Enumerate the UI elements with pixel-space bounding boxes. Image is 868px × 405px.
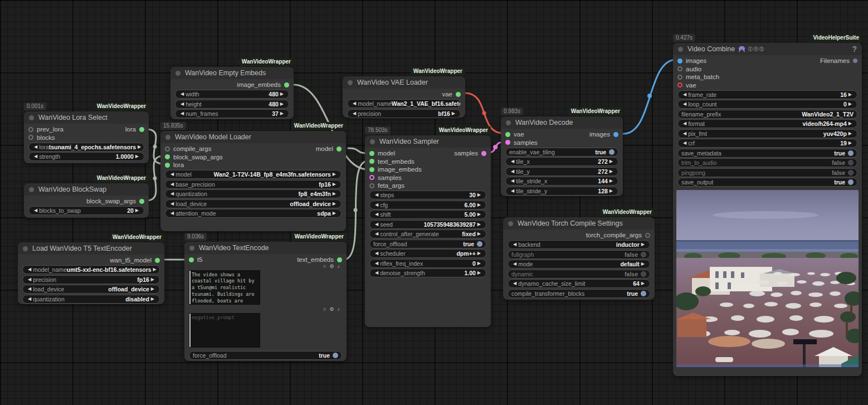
output-slot-lora[interactable]: lora bbox=[125, 126, 144, 133]
increment-arrow-icon[interactable]: ▶ bbox=[641, 262, 645, 266]
widget-strength[interactable]: ◀ strength 1.0000 ▶ bbox=[28, 152, 144, 161]
decrement-arrow-icon[interactable]: ◀ bbox=[375, 251, 378, 256]
collapse-dot[interactable] bbox=[370, 139, 375, 144]
decrement-arrow-icon[interactable]: ◀ bbox=[170, 172, 174, 177]
decrement-arrow-icon[interactable]: ◀ bbox=[375, 261, 378, 266]
decrement-arrow-icon[interactable]: ◀ bbox=[28, 287, 31, 291]
node-title-bar[interactable]: WanVideo Sampler bbox=[365, 135, 491, 148]
node-title-bar[interactable]: Load WanVideo T5 TextEncoder bbox=[18, 242, 164, 255]
widget-shift[interactable]: ◀ shift 5.00 ▶ bbox=[369, 210, 486, 219]
widget-compile-transformer-blocks[interactable]: compile_transformer_blocks true bbox=[508, 289, 650, 298]
widget-force-offload[interactable]: force_offload true bbox=[369, 240, 486, 248]
widget-model-name[interactable]: ◀ model_name Wan2_1_VAE_bf16.safete... ▶ bbox=[347, 99, 461, 108]
collapse-dot[interactable] bbox=[165, 135, 170, 140]
increment-arrow-icon[interactable]: ▶ bbox=[151, 277, 154, 282]
widget-dynamo-cache-size-limit[interactable]: ◀ dynamo_cache_size_limit 64 ▶ bbox=[508, 279, 650, 288]
gear-icon[interactable]: ⚙ bbox=[329, 264, 334, 269]
widget-model-name[interactable]: ◀ model_name umt5-xxl-enc-bf16.safetenso… bbox=[22, 265, 160, 274]
gear-icon[interactable]: ⚙ bbox=[329, 307, 334, 312]
increment-arrow-icon[interactable]: ▶ bbox=[280, 111, 284, 116]
comfyui-node-graph-canvas[interactable]: { "icons": { "arrow_left": "◀", "arrow_r… bbox=[0, 0, 868, 405]
increment-arrow-icon[interactable]: ▶ bbox=[849, 92, 852, 97]
widget-filename-prefix[interactable]: filename_prefix WanVideo2_1_T2V bbox=[677, 110, 857, 119]
widget-tile-y[interactable]: ◀ tile_y 272 ▶ bbox=[505, 167, 618, 176]
decrement-arrow-icon[interactable]: ◀ bbox=[28, 297, 31, 301]
decrement-arrow-icon[interactable]: ◀ bbox=[181, 102, 184, 106]
output-slot-vae[interactable]: vae bbox=[442, 91, 461, 97]
decrement-arrow-icon[interactable]: ◀ bbox=[511, 159, 514, 164]
decrement-arrow-icon[interactable]: ◀ bbox=[181, 92, 184, 96]
increment-arrow-icon[interactable]: ▶ bbox=[849, 141, 852, 145]
decrement-arrow-icon[interactable]: ◀ bbox=[170, 182, 174, 187]
output-slot-torch-compile-args[interactable]: torch_compile_args bbox=[586, 232, 650, 238]
widget-cfg[interactable]: ◀ cfg 6.00 ▶ bbox=[369, 201, 486, 209]
input-slot-compile-args[interactable]: compile_args bbox=[165, 145, 211, 152]
widget-load-device[interactable]: ◀ load_device offload_device ▶ bbox=[22, 285, 160, 294]
decrement-arrow-icon[interactable]: ◀ bbox=[511, 179, 514, 183]
widget-denoise-strength[interactable]: ◀ denoise_strength 1.00 ▶ bbox=[369, 269, 486, 277]
decrement-arrow-icon[interactable]: ◀ bbox=[375, 203, 378, 207]
node-title-bar[interactable]: WanVideo VAE Loader bbox=[343, 76, 465, 89]
decrement-arrow-icon[interactable]: ◀ bbox=[170, 192, 174, 196]
output-slot-wan-t5-model[interactable]: wan_t5_model bbox=[110, 257, 160, 264]
input-slot-block-swap-args[interactable]: block_swap_args bbox=[165, 154, 223, 160]
increment-arrow-icon[interactable]: ▶ bbox=[477, 193, 481, 197]
decrement-arrow-icon[interactable]: ◀ bbox=[683, 141, 686, 145]
collapse-dot[interactable] bbox=[29, 115, 34, 120]
widget-quantization[interactable]: ◀ quantization disabled ▶ bbox=[22, 295, 160, 304]
decrement-arrow-icon[interactable]: ◀ bbox=[513, 262, 516, 266]
widget-control-after-generate[interactable]: ◀ control_after_generate fixed ▶ bbox=[369, 230, 486, 238]
toggle-dot[interactable] bbox=[609, 149, 615, 155]
node-title-bar[interactable]: Video Combine ⓋⒽⓈ ? bbox=[673, 43, 862, 55]
video-preview[interactable] bbox=[676, 190, 859, 367]
increment-arrow-icon[interactable]: ▶ bbox=[153, 267, 157, 272]
widget-crf[interactable]: ◀ crf 19 ▶ bbox=[677, 139, 857, 148]
widget-dynamic[interactable]: dynamic false bbox=[508, 270, 650, 279]
widget-load-device[interactable]: ◀ load_device offload_device ▶ bbox=[165, 199, 342, 208]
node-title-bar[interactable]: WanVideo Lora Select bbox=[24, 111, 149, 124]
decrement-arrow-icon[interactable]: ◀ bbox=[170, 211, 174, 216]
increment-arrow-icon[interactable]: ▶ bbox=[477, 251, 481, 256]
input-slot-t5[interactable]: t5 bbox=[189, 256, 203, 263]
increment-arrow-icon[interactable]: ▶ bbox=[849, 131, 852, 136]
widget-width[interactable]: ◀ width 480 ▶ bbox=[175, 90, 289, 99]
decrement-arrow-icon[interactable]: ◀ bbox=[34, 145, 37, 149]
output-slot-image-embeds[interactable]: image_embeds bbox=[237, 81, 289, 88]
increment-arrow-icon[interactable]: ▶ bbox=[477, 212, 481, 217]
input-slot-samples[interactable]: samples bbox=[369, 174, 402, 181]
decrement-arrow-icon[interactable]: ◀ bbox=[511, 169, 514, 174]
collapse-dot[interactable] bbox=[508, 221, 513, 226]
input-slot-text-embeds[interactable]: text_embeds bbox=[369, 158, 415, 165]
widget-precision[interactable]: ◀ precision bf16 ▶ bbox=[347, 109, 461, 118]
increment-arrow-icon[interactable]: ▶ bbox=[333, 192, 336, 196]
increment-arrow-icon[interactable]: ▶ bbox=[151, 297, 154, 301]
toggle-dot[interactable] bbox=[641, 252, 646, 257]
collapse-dot[interactable] bbox=[175, 71, 181, 76]
help-icon[interactable]: ? bbox=[852, 45, 857, 53]
increment-arrow-icon[interactable]: ▶ bbox=[333, 202, 336, 206]
input-slot-model[interactable]: model bbox=[369, 150, 395, 157]
widget-seed[interactable]: ◀ seed 1057359483639287 ▶ bbox=[369, 220, 486, 229]
input-slot-prev-lora[interactable]: prev_lora bbox=[28, 126, 64, 133]
decrement-arrow-icon[interactable]: ◀ bbox=[511, 189, 514, 193]
node-title-bar[interactable]: WanVideo Decode bbox=[501, 116, 623, 129]
input-slot-samples[interactable]: samples bbox=[505, 139, 538, 146]
increment-arrow-icon[interactable]: ▶ bbox=[151, 287, 154, 291]
increment-arrow-icon[interactable]: ▶ bbox=[477, 203, 481, 207]
speaker-icon[interactable]: ♪ bbox=[338, 264, 340, 269]
increment-arrow-icon[interactable]: ▶ bbox=[138, 145, 141, 149]
output-slot-filenames[interactable]: Filenames bbox=[820, 57, 857, 64]
decrement-arrow-icon[interactable]: ◀ bbox=[170, 202, 174, 206]
widget-attention-mode[interactable]: ◀ attention_mode sdpa ▶ bbox=[165, 209, 342, 218]
decrement-arrow-icon[interactable]: ◀ bbox=[34, 208, 37, 213]
input-slot-vae[interactable]: vae bbox=[677, 82, 696, 89]
increment-arrow-icon[interactable]: ▶ bbox=[280, 92, 284, 96]
increment-arrow-icon[interactable]: ▶ bbox=[609, 169, 613, 174]
widget-lora[interactable]: ◀ lora tsunami_4_epochs.safetensors ▶ bbox=[28, 143, 144, 152]
input-slot-blocks[interactable]: blocks bbox=[28, 134, 55, 141]
increment-arrow-icon[interactable]: ▶ bbox=[333, 172, 336, 177]
input-slot-image-embeds[interactable]: image_embeds bbox=[369, 166, 422, 173]
widget-tile-x[interactable]: ◀ tile_x 272 ▶ bbox=[505, 157, 618, 166]
input-slot-images[interactable]: images bbox=[677, 57, 706, 64]
increment-arrow-icon[interactable]: ▶ bbox=[609, 159, 613, 164]
